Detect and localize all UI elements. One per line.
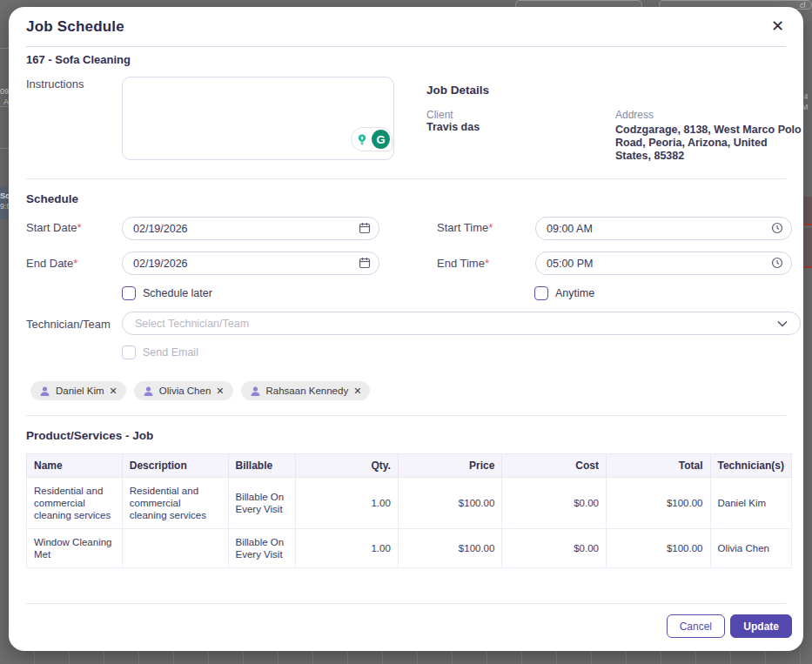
chevron-down-icon <box>777 320 788 327</box>
section-divider <box>26 415 786 416</box>
suggestion-bulb-icon[interactable] <box>353 131 370 148</box>
job-number-title: 167 - Sofa Cleaning <box>26 53 131 66</box>
end-time-field <box>535 252 792 275</box>
background-event-border <box>803 224 812 225</box>
technician-chip[interactable]: Olivia Chen ✕ <box>134 381 233 400</box>
background-event-border <box>803 266 812 268</box>
anytime-label: Anytime <box>555 287 594 299</box>
table-header-row: Name Description Billable Qty. Price Cos… <box>27 454 792 478</box>
update-button[interactable]: Update <box>730 614 792 638</box>
schedule-heading: Schedule <box>26 192 78 205</box>
cell-price: $100.00 <box>398 529 502 568</box>
job-details-heading: Job Details <box>426 84 489 97</box>
cell-description <box>122 529 228 568</box>
calendar-icon[interactable] <box>359 257 371 269</box>
background-event-tile: Sof 9:0( <box>0 186 9 219</box>
footer-divider <box>26 603 786 604</box>
technician-chip[interactable]: Rahsaan Kennedy ✕ <box>241 381 371 400</box>
anytime-option: Anytime <box>534 286 594 300</box>
technician-chip-label: Rahsaan Kennedy <box>266 386 349 396</box>
required-mark: * <box>73 257 77 270</box>
close-icon[interactable]: ✕ <box>771 18 784 34</box>
header-divider <box>26 46 786 47</box>
cell-name: Window Cleaning Met <box>27 529 123 568</box>
col-header-description: Description <box>122 454 228 478</box>
cell-technician: Olivia Chen <box>710 529 792 568</box>
cell-name: Residential and commercial cleaning serv… <box>27 478 123 529</box>
end-time-label: End Time* <box>437 257 489 270</box>
start-date-input[interactable] <box>122 217 379 240</box>
grammarly-icon[interactable]: G <box>372 130 390 149</box>
cell-qty: 1.00 <box>296 529 398 568</box>
required-mark: * <box>488 221 493 234</box>
grammarly-widget[interactable]: G <box>351 127 393 151</box>
clock-icon[interactable] <box>771 222 783 234</box>
person-icon <box>39 386 50 397</box>
technician-chip[interactable]: Daniel Kim ✕ <box>30 381 126 400</box>
technician-chip-label: Daniel Kim <box>56 386 104 396</box>
background-event-tile <box>803 228 812 266</box>
start-time-input[interactable] <box>535 217 792 240</box>
cell-qty: 1.00 <box>296 478 398 529</box>
modal-header: Job Schedule ✕ <box>9 7 803 46</box>
technician-team-select[interactable]: Select Technician/Team <box>122 312 801 335</box>
send-email-option: Send Email <box>122 345 198 359</box>
start-date-field <box>122 217 379 240</box>
send-email-label: Send Email <box>143 346 198 359</box>
modal-title: Job Schedule <box>26 18 124 36</box>
products-heading: Product/Services - Job <box>26 429 153 442</box>
job-schedule-modal: Job Schedule ✕ 167 - Sofa Cleaning Instr… <box>9 7 803 651</box>
address-value: Codzgarage, 8138, West Marco Polo Road, … <box>615 124 803 163</box>
section-divider <box>26 178 786 179</box>
background-gridline <box>0 106 9 107</box>
table-row: Window Cleaning Met Billable On Every Vi… <box>27 529 792 568</box>
technician-chip-label: Olivia Chen <box>159 386 211 396</box>
start-date-label: Start Date* <box>26 221 82 234</box>
send-email-checkbox[interactable] <box>122 345 136 359</box>
col-header-billable: Billable <box>228 454 296 478</box>
cell-price: $100.00 <box>398 478 502 529</box>
cell-billable: Billable On Every Visit <box>228 529 296 568</box>
instructions-label: Instructions <box>26 77 84 91</box>
end-date-field <box>122 252 379 275</box>
background-gridline <box>0 148 9 149</box>
technician-chips: Daniel Kim ✕ Olivia Chen ✕ Rahsaan Kenne… <box>30 381 370 400</box>
products-table: Name Description Billable Qty. Price Cos… <box>26 453 792 568</box>
col-header-technicians: Technician(s) <box>710 454 792 478</box>
end-time-input[interactable] <box>535 252 792 275</box>
background-event-tile <box>803 197 812 225</box>
cell-total: $100.00 <box>606 478 710 529</box>
cell-description: Residential and commercial cleaning serv… <box>122 478 228 529</box>
required-mark: * <box>77 221 82 234</box>
chip-remove-icon[interactable]: ✕ <box>353 386 361 397</box>
person-icon <box>250 386 261 397</box>
cell-cost: $0.00 <box>502 529 607 568</box>
cancel-button[interactable]: Cancel <box>667 614 725 638</box>
technician-select-placeholder: Select Technician/Team <box>135 318 777 330</box>
col-header-total: Total <box>606 454 710 478</box>
schedule-later-label: Schedule later <box>143 287 212 299</box>
table-row: Residential and commercial cleaning serv… <box>27 478 792 529</box>
required-mark: * <box>485 257 489 270</box>
calendar-icon[interactable] <box>359 222 371 234</box>
col-header-qty: Qty. <box>296 454 398 478</box>
person-icon <box>143 386 154 397</box>
anytime-checkbox[interactable] <box>534 286 548 300</box>
col-header-cost: Cost <box>502 454 607 478</box>
cell-cost: $0.00 <box>502 478 607 529</box>
col-header-name: Name <box>27 454 123 478</box>
end-date-label: End Date* <box>26 257 77 270</box>
clock-icon[interactable] <box>771 257 783 269</box>
client-label: Client <box>426 109 453 121</box>
client-name: Travis das <box>426 121 480 133</box>
schedule-later-option: Schedule later <box>122 286 212 300</box>
schedule-later-checkbox[interactable] <box>122 286 136 300</box>
start-time-label: Start Time* <box>437 221 493 234</box>
chip-remove-icon[interactable]: ✕ <box>216 386 224 397</box>
start-time-field <box>535 217 792 240</box>
end-date-input[interactable] <box>122 252 379 275</box>
chip-remove-icon[interactable]: ✕ <box>110 386 117 397</box>
cell-technician: Daniel Kim <box>710 478 792 529</box>
technician-team-label: Technician/Team <box>26 318 111 331</box>
col-header-price: Price <box>398 454 502 478</box>
